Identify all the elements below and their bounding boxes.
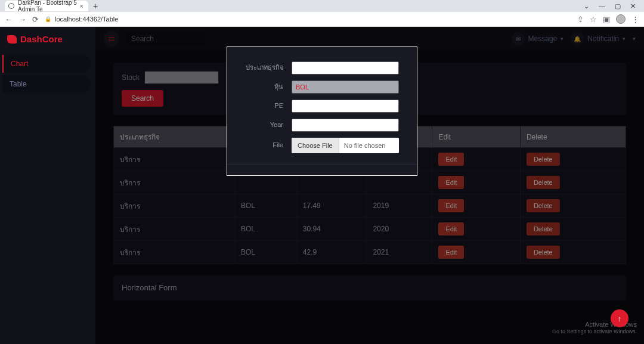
favicon-icon [8, 3, 14, 9]
url-text: localhost:44362/Table [55, 16, 118, 23]
watermark-sub: Go to Settings to activate Windows. [552, 328, 637, 336]
tab-close-icon[interactable]: × [80, 2, 83, 10]
logo-icon [7, 35, 17, 44]
brand-text: DashCore [20, 34, 63, 44]
sidebar-item-label: Chart [11, 60, 28, 68]
arrow-up-icon: ↑ [618, 314, 622, 323]
file-chosen-text: No file chosen [339, 138, 391, 153]
reload-icon[interactable]: ⟳ [32, 15, 39, 24]
modal-input-pe[interactable] [292, 100, 399, 113]
new-tab-button[interactable]: + [93, 1, 98, 11]
minimize-icon[interactable]: — [599, 2, 605, 10]
back-icon[interactable]: ← [5, 15, 13, 24]
modal-label-file: File [245, 141, 292, 149]
choose-file-button[interactable]: Choose File [292, 138, 339, 153]
sidebar-item-table[interactable]: Table [2, 75, 91, 93]
modal-label-pe: PE [245, 102, 292, 110]
sidebar-item-chart[interactable]: Chart [2, 55, 91, 73]
forward-icon[interactable]: → [18, 15, 26, 24]
modal-label-stock: หุ้น [245, 83, 292, 91]
modal-label-type: ประเภทธุรกิจ [245, 64, 292, 72]
brand[interactable]: DashCore [0, 34, 95, 52]
browser-tab-strip: DarkPan - Bootstrap 5 Admin Te × + ⌄ — ▢… [0, 0, 644, 12]
edit-modal: ประเภทธุรกิจ หุ้น PE Year File Choose Fi… [227, 47, 417, 176]
modal-input-stock[interactable] [292, 80, 399, 94]
modal-input-type[interactable] [292, 61, 399, 75]
browser-tab[interactable]: DarkPan - Bootstrap 5 Admin Te × [5, 1, 88, 11]
share-icon[interactable]: ⇪ [577, 15, 584, 24]
file-input[interactable]: Choose File No file chosen [292, 138, 399, 153]
scroll-top-button[interactable]: ↑ [611, 309, 628, 327]
sidebar-item-label: Table [10, 80, 27, 88]
lock-icon: 🔒 [45, 16, 51, 22]
modal-input-year[interactable] [292, 119, 399, 132]
profile-avatar[interactable] [616, 14, 626, 24]
chevron-down-icon[interactable]: ⌄ [584, 2, 589, 10]
kebab-menu-icon[interactable]: ⋮ [631, 15, 639, 24]
panel-icon[interactable]: ▣ [603, 15, 610, 24]
tab-title: DarkPan - Bootstrap 5 Admin Te [18, 0, 80, 13]
window-close-icon[interactable]: ✕ [630, 2, 636, 10]
window-controls: ⌄ — ▢ ✕ [584, 2, 644, 10]
maximize-icon[interactable]: ▢ [615, 2, 621, 10]
sidebar: DashCore Chart Table [0, 27, 95, 344]
browser-toolbar: ← → ⟳ 🔒 localhost:44362/Table ⇪ ☆ ▣ ⋮ [0, 12, 644, 27]
modal-divider [227, 164, 417, 165]
modal-label-year: Year [245, 121, 292, 129]
star-icon[interactable]: ☆ [590, 15, 597, 24]
address-bar[interactable]: 🔒 localhost:44362/Table [45, 16, 571, 23]
